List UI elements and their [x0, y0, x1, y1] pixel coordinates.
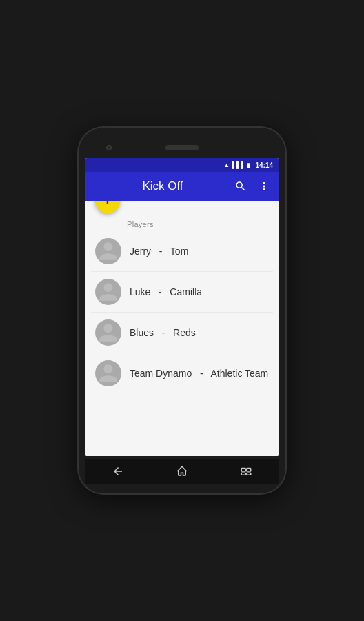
battery-icon: ▮	[247, 161, 250, 168]
phone-top-bar	[85, 140, 279, 155]
content-area: + Players Jerry - Tom	[85, 201, 279, 456]
signal-icon: ▌▌▌	[232, 161, 245, 168]
app-bar-icons	[233, 179, 272, 194]
player-text: Blues - Reds	[130, 327, 196, 338]
app-title: Kick Off	[92, 179, 233, 193]
svg-rect-1	[247, 469, 251, 472]
phone-device: ▲ ▌▌▌ ▮ 14:14 Kick Off	[79, 128, 285, 493]
player-text: Luke - Camilla	[130, 286, 202, 297]
home-button[interactable]	[176, 465, 188, 477]
recents-button[interactable]	[240, 465, 252, 477]
status-time: 14:14	[255, 161, 273, 169]
list-item[interactable]: Team Dynamo - Athletic Team	[91, 353, 273, 393]
phone-nav-bar	[85, 459, 279, 484]
search-button[interactable]	[233, 179, 248, 194]
svg-rect-0	[242, 469, 246, 472]
player-text: Team Dynamo - Athletic Team	[130, 368, 268, 379]
avatar	[95, 238, 121, 264]
list-item[interactable]: Blues - Reds	[91, 313, 273, 353]
svg-rect-2	[242, 473, 246, 475]
player-text: Jerry - Tom	[130, 246, 188, 257]
list-item[interactable]: Luke - Camilla	[91, 272, 273, 313]
more-options-button[interactable]	[256, 179, 272, 194]
phone-screen: ▲ ▌▌▌ ▮ 14:14 Kick Off	[85, 158, 279, 456]
status-bar: ▲ ▌▌▌ ▮ 14:14	[85, 158, 279, 172]
phone-speaker	[165, 145, 199, 150]
list-item[interactable]: Jerry - Tom	[91, 231, 273, 272]
svg-rect-3	[247, 473, 251, 475]
avatar	[95, 360, 121, 386]
phone-camera	[106, 145, 112, 150]
status-icons: ▲ ▌▌▌ ▮ 14:14	[223, 161, 273, 169]
app-bar: Kick Off	[85, 172, 279, 201]
wifi-icon: ▲	[223, 161, 230, 168]
avatar	[95, 279, 121, 305]
back-button[interactable]	[112, 465, 124, 477]
players-list: Jerry - Tom Luke - Camilla	[85, 231, 279, 393]
avatar	[95, 319, 121, 346]
